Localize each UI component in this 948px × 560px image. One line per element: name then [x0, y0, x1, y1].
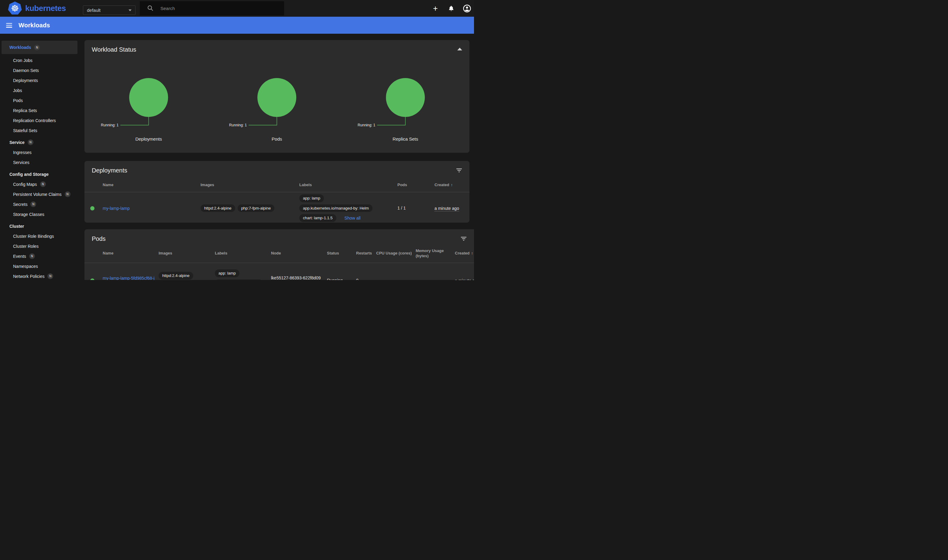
column-header-images[interactable]: Images: [159, 251, 215, 256]
column-header-restarts[interactable]: Restarts: [356, 251, 376, 256]
column-header-images[interactable]: Images: [200, 183, 299, 188]
sidebar-item-label: Persistent Volume Claims: [13, 192, 62, 197]
sidebar-item-replica-sets[interactable]: Replica Sets: [0, 105, 79, 115]
label-chip: app: lamp: [215, 269, 239, 277]
deployment-labels: app: lampapp.kubernetes.io/managed-by: H…: [299, 194, 398, 222]
namespace-selector[interactable]: default: [83, 5, 136, 15]
column-header-name[interactable]: Name: [103, 251, 159, 256]
sidebar-item-label: Pods: [13, 98, 23, 103]
column-header-node[interactable]: Node: [271, 251, 327, 256]
sidebar-item-jobs[interactable]: Jobs: [0, 85, 79, 95]
sidebar-item-pods[interactable]: Pods: [0, 95, 79, 105]
sidebar-item-service[interactable]: ServiceN: [0, 137, 79, 147]
sidebar-item-label: Service: [9, 140, 25, 145]
column-header-labels[interactable]: Labels: [299, 183, 398, 188]
filter-icon[interactable]: [461, 237, 467, 242]
sidebar-item-label: Cron Jobs: [13, 58, 32, 63]
main-content: Workload Status Running: 1 Deployments R…: [79, 34, 474, 280]
sidebar-item-label: Secrets: [13, 202, 27, 207]
sidebar-item-events[interactable]: EventsN: [0, 251, 79, 261]
sidebar-item-network-policies[interactable]: Network PoliciesN: [0, 271, 79, 280]
sidebar-item-cluster-roles[interactable]: Cluster Roles: [0, 241, 79, 251]
sidebar-item-label: Deployments: [13, 78, 38, 83]
label-chip: chart: lamp-1.1.5: [299, 214, 336, 222]
pod-images: httpd:2.4-alpinephp:7-fpm-alpine: [159, 272, 215, 280]
sidebar-item-services[interactable]: Services: [0, 157, 79, 167]
pod-name-link[interactable]: my-lamp-lamp-5fd985cf68-jwvz4: [103, 276, 159, 280]
namespace-value: default: [87, 8, 100, 13]
notifications-icon[interactable]: [447, 4, 456, 13]
pod-restarts: 0: [356, 278, 376, 280]
sidebar-item-deployments[interactable]: Deployments: [0, 75, 79, 85]
kubernetes-helm-icon: ☸: [8, 2, 22, 15]
sidebar-item-daemon-sets[interactable]: Daemon Sets: [0, 65, 79, 75]
sidebar-item-cron-jobs[interactable]: Cron Jobs: [0, 55, 79, 65]
filter-icon[interactable]: [456, 168, 462, 174]
page-title: Workloads: [18, 22, 50, 29]
column-header-cpu[interactable]: CPU Usage (cores): [376, 251, 416, 256]
column-header-memory[interactable]: Memory Usage (bytes): [416, 248, 455, 258]
sidebar-item-stateful-sets[interactable]: Stateful Sets: [0, 125, 79, 135]
column-header-name[interactable]: Name: [103, 183, 200, 188]
kubernetes-logo[interactable]: ☸ kubernetes: [8, 2, 66, 15]
sidebar-item-label: Services: [13, 160, 29, 165]
sidebar-item-config-and-storage[interactable]: Config and Storage: [0, 169, 79, 179]
sidebar-item-cluster-role-bindings[interactable]: Cluster Role Bindings: [0, 231, 79, 241]
status-ok-icon: [90, 278, 94, 280]
sidebar-item-label: Config and Storage: [9, 172, 49, 177]
sidebar-item-cluster[interactable]: Cluster: [0, 221, 79, 231]
new-badge: N: [30, 202, 36, 207]
search-input[interactable]: [140, 1, 284, 15]
pie-chart-replica-sets: Running: 1 Replica Sets: [341, 54, 469, 145]
card-title: Workload Status: [92, 46, 136, 53]
column-header-created[interactable]: Created↑: [435, 183, 469, 188]
sidebar-item-namespaces[interactable]: Namespaces: [0, 261, 79, 271]
search-bar: [140, 1, 284, 15]
pie-annotation: Running: 1: [229, 123, 247, 127]
deployment-name-link[interactable]: my-lamp-lamp: [103, 206, 133, 211]
label-chip: httpd:2.4-alpine: [200, 205, 235, 212]
sidebar-item-storage-classes[interactable]: Storage Classes: [0, 209, 79, 219]
sidebar-item-workloads[interactable]: WorkloadsN: [2, 41, 77, 54]
pod-labels: app: lamppod-template-hash: 5fd985cf68: [215, 269, 271, 280]
sidebar-item-label: Replica Sets: [13, 108, 37, 113]
column-header-labels[interactable]: Labels: [215, 251, 271, 256]
sidebar-item-secrets[interactable]: SecretsN: [0, 199, 79, 209]
sidebar-item-ingresses[interactable]: Ingresses: [0, 147, 79, 157]
sidebar-item-persistent-volume-claims[interactable]: Persistent Volume ClaimsN: [0, 189, 79, 199]
create-resource-button[interactable]: +: [431, 4, 440, 13]
label-chip: php:7-fpm-alpine: [237, 205, 275, 212]
pie-annotation: Running: 1: [358, 123, 375, 127]
pie-chart-pods: Running: 1 Pods: [213, 54, 341, 145]
sidebar-item-label: Workloads: [9, 45, 31, 50]
pods-table-header: Name Images Labels Node Status Restarts …: [85, 244, 474, 263]
account-icon[interactable]: [462, 4, 472, 13]
sidebar-item-config-maps[interactable]: Config MapsN: [0, 179, 79, 189]
sidebar-item-label: Storage Classes: [13, 212, 45, 217]
card-title: Pods: [92, 235, 106, 242]
pie-slice-running: [257, 78, 296, 117]
top-bar: ☸ kubernetes default +: [0, 0, 474, 17]
column-header-pods[interactable]: Pods: [398, 183, 435, 188]
new-badge: N: [65, 191, 71, 197]
pie-title: Deployments: [135, 136, 162, 142]
sidebar-item-label: Ingresses: [13, 150, 32, 155]
sidebar-item-replication-controllers[interactable]: Replication Controllers: [0, 115, 79, 125]
label-chip: httpd:2.4-alpine: [159, 272, 193, 280]
label-chip: pod-template-hash: 5fd985cf68: [215, 279, 263, 280]
pod-cpu-usage: -: [376, 278, 416, 280]
chevron-down-icon: [128, 9, 131, 11]
column-header-status-text[interactable]: Status: [327, 251, 356, 256]
show-all-link[interactable]: Show all: [345, 215, 361, 220]
menu-icon[interactable]: [6, 23, 12, 28]
sidebar-item-label: Stateful Sets: [13, 128, 37, 133]
pie-slice-running: [386, 78, 425, 117]
column-header-created[interactable]: Created↑: [455, 251, 474, 256]
logo-text: kubernetes: [25, 4, 66, 13]
collapse-icon[interactable]: [457, 48, 462, 51]
new-badge: N: [34, 45, 40, 51]
app-bar: Workloads: [0, 17, 474, 34]
sort-ascending-icon: ↑: [451, 183, 453, 187]
pie-slice-running: [129, 78, 168, 117]
pods-card: Pods Name Images Labels Node Status Rest…: [85, 229, 474, 280]
